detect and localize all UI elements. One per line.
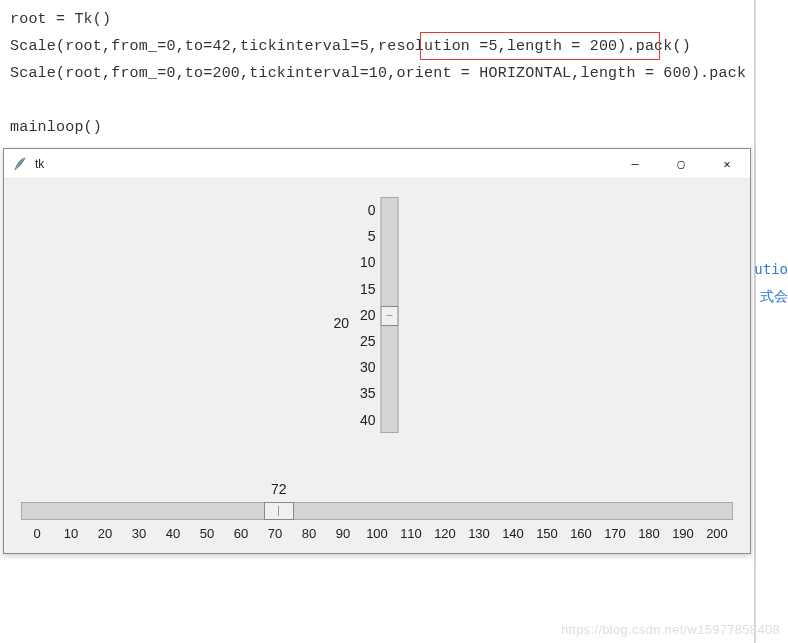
tick-label: 150: [535, 526, 559, 541]
tick-label: 200: [705, 526, 729, 541]
code-line: root = Tk(): [10, 6, 744, 33]
tick-label: 70: [263, 526, 287, 541]
horizontal-scale-ticks: 0 10 20 30 40 50 60 70 80 90 100 110 120…: [21, 526, 733, 541]
tick-label: 0: [25, 526, 49, 541]
tick-label: 20: [93, 526, 117, 541]
minimize-button[interactable]: —: [612, 149, 658, 178]
tk-application-window: tk — ▢ ✕ 20 0 5 10 15 20 25 30 35: [3, 148, 751, 554]
tick-label: 20: [356, 302, 376, 328]
tick-label: 50: [195, 526, 219, 541]
tick-label: 180: [637, 526, 661, 541]
tick-label: 0: [356, 197, 376, 223]
tick-label: 25: [356, 328, 376, 354]
close-icon: ✕: [723, 157, 730, 171]
tick-label: 5: [356, 223, 376, 249]
tick-label: 10: [59, 526, 83, 541]
maximize-icon: ▢: [677, 157, 684, 171]
tick-label: 130: [467, 526, 491, 541]
tick-label: 190: [671, 526, 695, 541]
tick-label: 170: [603, 526, 627, 541]
tick-label: 30: [356, 354, 376, 380]
vertical-scale-trough[interactable]: [381, 197, 399, 433]
sidebar-text: utio: [754, 256, 788, 283]
tick-label: 30: [127, 526, 151, 541]
vertical-scale-thumb[interactable]: [381, 306, 399, 326]
watermark: https://blog.csdn.net/w15977858408: [561, 622, 780, 637]
tick-label: 35: [356, 380, 376, 406]
tick-label: 110: [399, 526, 423, 541]
sidebar-link-fragment[interactable]: utio 式会: [754, 256, 788, 309]
tick-label: 10: [356, 249, 376, 275]
code-line: Scale(root,from_=0,to=42,tickinterval=5,…: [10, 33, 744, 60]
tick-label: 60: [229, 526, 253, 541]
vertical-scale-value: 20: [334, 315, 350, 331]
code-line: Scale(root,from_=0,to=200,tickinterval=1…: [10, 60, 744, 87]
vertical-scale-ticks: 0 5 10 15 20 25 30 35 40: [356, 197, 376, 433]
code-editor: root = Tk() Scale(root,from_=0,to=42,tic…: [6, 4, 748, 149]
tick-label: 15: [356, 276, 376, 302]
vertical-scale[interactable]: 20 0 5 10 15 20 25 30 35 40: [356, 197, 399, 433]
horizontal-scale[interactable]: 72 0 10 20 30 40 50 60 70 80 90 100 110: [21, 502, 733, 541]
window-title: tk: [35, 157, 612, 171]
maximize-button[interactable]: ▢: [658, 149, 704, 178]
titlebar[interactable]: tk — ▢ ✕: [4, 149, 750, 179]
tick-label: 90: [331, 526, 355, 541]
tk-feather-icon: [12, 156, 28, 172]
sidebar-text: 式会: [754, 283, 788, 310]
tick-label: 160: [569, 526, 593, 541]
tick-label: 120: [433, 526, 457, 541]
tick-label: 40: [161, 526, 185, 541]
horizontal-scale-thumb[interactable]: [264, 502, 294, 520]
code-line: mainloop(): [10, 114, 744, 141]
tick-label: 80: [297, 526, 321, 541]
tick-label: 140: [501, 526, 525, 541]
close-button[interactable]: ✕: [704, 149, 750, 178]
minimize-icon: —: [631, 157, 638, 171]
horizontal-scale-value: 72: [271, 481, 287, 497]
horizontal-scale-trough[interactable]: [21, 502, 733, 520]
tick-label: 40: [356, 407, 376, 433]
tick-label: 100: [365, 526, 389, 541]
